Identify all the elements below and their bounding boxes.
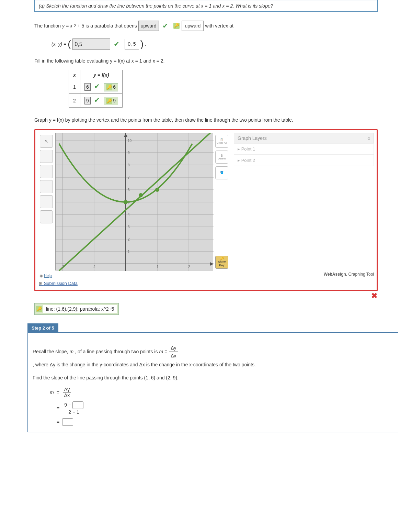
tool-btn[interactable] (40, 180, 53, 193)
check-icon: ✔ (94, 82, 100, 90)
fill-table-text: Fill in the following table evaluating y… (34, 57, 378, 65)
vertex-input[interactable]: 0,5 (72, 38, 110, 50)
func-sq: 2 (74, 23, 76, 29)
vertex-line: (x, y) = ( 0,5 ✔ 0, 5 ) . (52, 36, 378, 52)
cell-input-1[interactable]: 6 (84, 83, 91, 91)
direction-answer: upward (182, 21, 204, 31)
check-icon: ✔ (94, 96, 100, 104)
svg-text:9: 9 (128, 151, 130, 155)
step2-line1: Recall the slope, m , of a line passing … (33, 344, 393, 369)
cell-answer-1: 🔑6 (104, 83, 118, 91)
step-header: Step 2 of 5 (27, 323, 58, 333)
graph-canvas[interactable]: 10 9 8 7 6 5 4 3 2 1 -2 -1 1 2 (55, 133, 213, 270)
key-icon: 🔑 (173, 23, 180, 29)
svg-text:10: 10 (128, 139, 132, 143)
svg-text:4: 4 (128, 213, 130, 217)
pointer-tool[interactable]: ↖ (40, 135, 53, 148)
tool-btn[interactable] (40, 195, 53, 208)
delete-button[interactable]: 🗑Delete (215, 151, 228, 164)
question-a-box: (a) Sketch the function and draw the lin… (34, 0, 378, 12)
svg-point-19 (124, 200, 128, 204)
svg-text:7: 7 (128, 176, 130, 179)
graph-outer: ↖ (34, 129, 378, 291)
svg-text:1: 1 (128, 250, 130, 254)
svg-text:3: 3 (128, 225, 130, 229)
graph-footer: WebAssign. Graphing Tool (38, 270, 374, 277)
direction-input[interactable]: upward (138, 21, 159, 31)
svg-text:2: 2 (128, 237, 130, 241)
cell-answer-2: 🔑9 (104, 97, 118, 105)
check-icon: ✔ (114, 38, 119, 49)
svg-point-20 (139, 193, 143, 197)
clear-all-button[interactable]: 📋Clear All (215, 135, 228, 148)
vertex-text: with vertex at (205, 22, 233, 30)
step-2-box: Recall the slope, m , of a line passing … (27, 332, 398, 433)
layer-point-2[interactable]: Point 2 (234, 155, 374, 166)
func-eq: y = x (62, 22, 72, 30)
step2-line2: Find the slope of the line passing throu… (33, 374, 393, 381)
table-row: 2 9 ✔ 🔑9 (69, 94, 123, 108)
vertex-end: . (145, 40, 146, 48)
submission-data-link[interactable]: Submission Data (39, 281, 78, 286)
tool-btn[interactable] (40, 210, 53, 223)
question-a-text: (a) Sketch the function and draw the lin… (39, 3, 273, 9)
tool-btn[interactable] (40, 165, 53, 178)
fill-button[interactable]: 🪣 (215, 166, 228, 179)
svg-text:6: 6 (128, 188, 130, 192)
svg-text:5: 5 (128, 200, 130, 204)
graph-answer-text: line: (1,6),(2,9); parabola: x^2+5 (43, 305, 117, 313)
function-line: The function y = x2 + 5 is a parabola th… (34, 20, 378, 31)
graph-instruction: Graph y = f(x) by plotting the vertex an… (34, 116, 378, 124)
vertex-label: (x, y) = (52, 40, 66, 48)
cell-x1: 1 (69, 80, 80, 94)
vertex-answer: 0, 5 (125, 39, 139, 49)
svg-text:-2: -2 (61, 265, 64, 269)
collapse-icon[interactable]: « (367, 135, 370, 141)
eval-table: x y = f(x) 1 6 ✔ 🔑6 2 9 ✔ 🔑9 (69, 70, 123, 108)
key-icon: 🔑 (106, 84, 112, 90)
cell-input-2[interactable]: 9 (84, 97, 91, 104)
graph-toolbar: ↖ (38, 133, 55, 270)
svg-point-21 (155, 188, 159, 192)
graph-answer-row: 🔑 line: (1,6),(2,9); parabola: x^2+5 (34, 303, 378, 315)
graph-layers-panel: Graph Layers « Point 1 Point 2 (234, 133, 374, 270)
tool-btn[interactable] (40, 150, 53, 163)
layers-header: Graph Layers « (234, 133, 374, 143)
show-key-button[interactable]: 🔑Show Key (215, 256, 228, 269)
svg-text:-1: -1 (93, 265, 96, 269)
slope-eq-3: = (50, 418, 393, 426)
help-link[interactable]: Help (39, 274, 52, 278)
graph-svg: 10 9 8 7 6 5 4 3 2 1 -2 -1 1 2 (56, 133, 214, 271)
func-post: + 5 is a parabola that opens (78, 22, 137, 30)
slope-eq-2: = 9 − 2 − 1 (50, 401, 393, 415)
layer-point-1[interactable]: Point 1 (234, 143, 374, 155)
svg-text:2: 2 (188, 265, 190, 269)
func-pre: The function (34, 22, 61, 30)
slope-result-input[interactable] (62, 418, 73, 426)
svg-text:1: 1 (157, 265, 159, 269)
th-y: y = f(x) (80, 70, 122, 80)
svg-text:8: 8 (128, 163, 130, 167)
svg-marker-17 (210, 262, 214, 266)
key-icon: 🔑 (36, 306, 42, 312)
side-tools: 📋Clear All 🗑Delete 🪣 🔑Show Key (213, 133, 230, 270)
th-x: x (69, 70, 80, 80)
key-icon: 🔑 (106, 98, 112, 104)
cell-x2: 2 (69, 94, 80, 108)
svg-marker-16 (124, 133, 127, 137)
incorrect-icon: ✖ (371, 291, 377, 300)
check-icon: ✔ (162, 20, 168, 31)
slope-numerator-input[interactable] (72, 401, 83, 409)
slope-eq-1: m = ΔyΔx (50, 387, 393, 398)
table-row: 1 6 ✔ 🔑6 (69, 80, 123, 94)
